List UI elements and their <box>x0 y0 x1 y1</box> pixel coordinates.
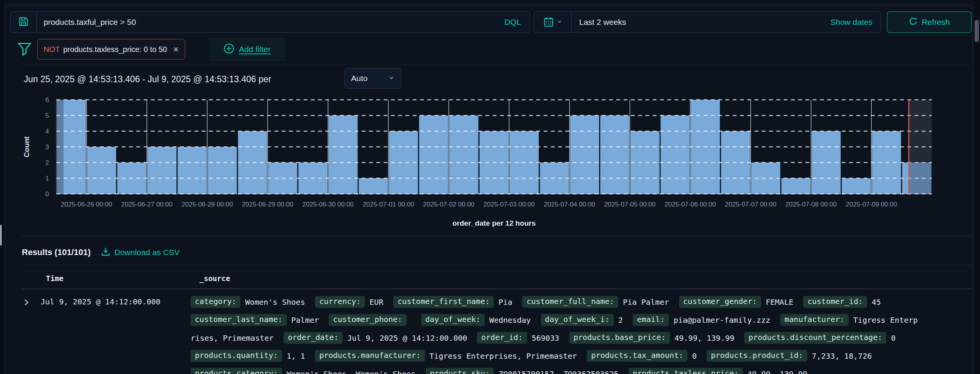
remove-filter-icon[interactable]: ✕ <box>173 45 179 54</box>
left-scroll-indicator[interactable] <box>0 225 2 246</box>
field-value: 0 <box>891 333 895 343</box>
field-name-badge: day_of_week: <box>421 314 485 326</box>
query-language-button[interactable]: DQL <box>496 18 529 27</box>
add-filter-button[interactable]: Add filter <box>209 37 285 61</box>
field-name-badge: customer_last_name: <box>191 314 287 326</box>
divider <box>21 236 972 236</box>
y-axis-tick-label: 0 <box>46 190 49 198</box>
endzone-left <box>56 100 64 194</box>
x-axis-tick-label: 2025-07-05 00:00 <box>604 201 655 208</box>
histogram-bar[interactable] <box>842 178 871 194</box>
field-value: Tigress Enterprises, Primemaster <box>430 351 577 361</box>
field-value: 2 <box>618 315 623 325</box>
expand-row-button[interactable] <box>22 298 31 308</box>
field-value: EUR <box>369 298 383 307</box>
x-axis-tick-label: 2025-06-28 00:00 <box>181 201 233 208</box>
row-source-cell: category:Women's Shoescurrency:EURcustom… <box>191 293 974 374</box>
results-count: Results (101/101) <box>22 244 91 261</box>
save-icon <box>18 16 29 28</box>
interval-select[interactable]: Auto <box>345 68 401 89</box>
histogram-bar[interactable] <box>147 147 176 194</box>
divider <box>21 265 972 265</box>
field-value: rises, Primemaster <box>191 333 274 343</box>
chevron-right-icon <box>22 302 31 308</box>
field-value: 49.99, 139.99 <box>675 333 735 343</box>
saved-query-button[interactable] <box>11 12 37 33</box>
histogram-bar[interactable] <box>449 115 479 194</box>
results-header: Results (101/101) Download as CSV <box>22 244 180 261</box>
y-axis-title: Count <box>23 136 31 158</box>
field-value: 7,233, 18,726 <box>812 351 872 361</box>
histogram-bar[interactable] <box>781 178 810 194</box>
quick-select-date-button[interactable] <box>534 12 572 33</box>
x-axis-tick-label: 2025-06-27 00:00 <box>121 201 172 208</box>
filter-funnel-icon <box>17 41 32 58</box>
field-name-badge: products.base_price: <box>569 332 670 344</box>
date-picker: Last 2 weeks Show dates <box>534 11 881 33</box>
interval-value: Auto <box>351 74 368 83</box>
filter-pill[interactable]: NOT products.taxless_price: 0 to 50 ✕ <box>37 39 185 60</box>
column-header-time[interactable]: Time <box>46 270 64 287</box>
field-value: ZO0015700157, ZO0362503625 <box>498 369 618 374</box>
source-line: customer_last_name:Palmercustomer_phone:… <box>191 311 974 329</box>
divider <box>21 289 972 289</box>
show-dates-button[interactable]: Show dates <box>830 18 881 27</box>
field-value: Women's Shoes, Women's Shoes <box>287 369 416 374</box>
field-value: Women's Shoes <box>245 298 305 307</box>
field-name-badge: category: <box>191 296 240 308</box>
y-axis-tick-label: 5 <box>46 112 49 119</box>
field-value: 45 <box>872 298 881 307</box>
filter-negate-label: NOT <box>44 45 60 54</box>
field-name-badge: products.taxless_price: <box>629 368 743 374</box>
field-name-badge: customer_gender: <box>679 296 761 308</box>
x-axis-tick-label: 2025-06-26 00:00 <box>61 201 112 208</box>
field-name-badge: products.manufacturer: <box>315 350 425 362</box>
filter-label: products.taxless_price: 0 to 50 <box>63 45 167 54</box>
add-filter-label: Add filter <box>239 45 271 54</box>
field-value: pia@palmer-family.zzz <box>673 315 770 325</box>
histogram-bar[interactable] <box>419 115 448 194</box>
x-axis-tick-label: 2025-07-04 00:00 <box>544 201 595 208</box>
field-name-badge: day_of_week_i: <box>541 314 614 326</box>
scrollbar-thumb[interactable] <box>975 20 979 42</box>
source-line: category:Women's Shoescurrency:EURcustom… <box>191 293 974 311</box>
field-name-badge: products.discount_percentage: <box>744 332 886 344</box>
field-value: Pia Palmer <box>623 298 669 307</box>
query-input[interactable]: products.taxful_price > 50 <box>37 18 496 27</box>
source-line: products.category:Women's Shoes, Women's… <box>191 365 974 374</box>
chevron-down-icon <box>388 74 395 83</box>
histogram-bar[interactable] <box>178 147 207 194</box>
histogram-bar[interactable] <box>328 115 358 194</box>
field-value: 49.99, 139.99 <box>747 369 807 374</box>
plus-circle-icon <box>223 43 235 56</box>
histogram-bar[interactable] <box>208 147 237 194</box>
histogram-bar[interactable] <box>570 115 599 194</box>
column-header-source[interactable]: _source <box>199 270 230 287</box>
histogram-bar[interactable] <box>600 115 629 194</box>
y-axis-tick-label: 2 <box>46 159 49 166</box>
histogram-chart[interactable]: 2025-06-26 00:002025-06-27 00:002025-06-… <box>0 96 980 230</box>
field-name-badge: customer_id: <box>803 296 867 308</box>
endzone-right <box>909 100 932 194</box>
x-axis-title: order_date per 12 hours <box>452 219 536 227</box>
discover-page: products.taxful_price > 50 DQL Last 2 we… <box>0 0 980 374</box>
download-csv-button[interactable]: Download as CSV <box>101 247 180 259</box>
field-name-badge: order_date: <box>284 332 343 344</box>
x-axis-tick-label: 2025-07-01 00:00 <box>363 201 414 208</box>
refresh-icon <box>909 17 918 28</box>
field-value: Jul 9, 2025 @ 14:12:00.000 <box>347 333 467 343</box>
x-axis-tick-label: 2025-07-09 00:00 <box>846 201 897 208</box>
histogram-bar[interactable] <box>661 115 690 194</box>
refresh-label: Refresh <box>922 18 950 27</box>
field-name-badge: products.quantity: <box>191 350 282 362</box>
histogram-bar[interactable] <box>359 178 388 194</box>
field-value: Palmer <box>291 315 319 325</box>
y-axis-tick-label: 3 <box>46 143 49 151</box>
y-axis-tick-label: 6 <box>46 96 49 104</box>
download-csv-label: Download as CSV <box>114 248 180 257</box>
calendar-icon <box>543 16 554 28</box>
field-name-badge: order_id: <box>477 332 527 344</box>
histogram-bar[interactable] <box>87 147 116 194</box>
refresh-button[interactable]: Refresh <box>887 11 972 33</box>
time-range-value[interactable]: Last 2 weeks <box>572 18 626 27</box>
